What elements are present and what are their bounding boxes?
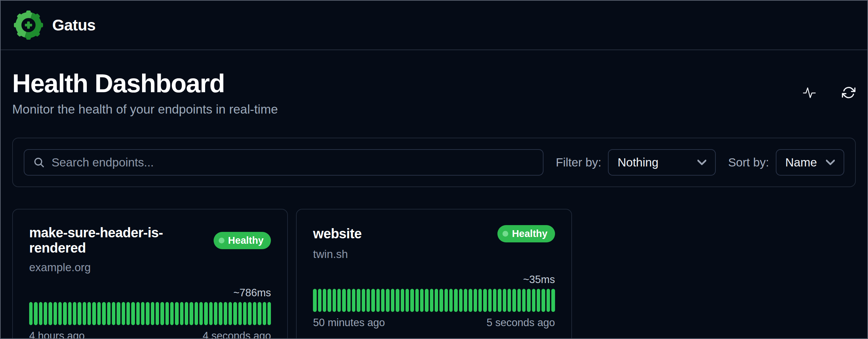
status-bar[interactable] [204, 302, 208, 325]
status-bar[interactable] [165, 302, 169, 325]
status-bar[interactable] [29, 302, 33, 325]
status-bar[interactable] [48, 302, 52, 325]
status-bar[interactable] [483, 289, 487, 312]
status-bar[interactable] [268, 302, 271, 325]
status-bar[interactable] [73, 302, 76, 325]
status-bar[interactable] [503, 289, 506, 312]
status-bar[interactable] [219, 302, 222, 325]
status-bar[interactable] [238, 302, 242, 325]
status-bar[interactable] [551, 289, 555, 312]
status-bar[interactable] [508, 289, 511, 312]
status-bar[interactable] [439, 289, 443, 312]
status-bar[interactable] [63, 302, 66, 325]
status-bar[interactable] [54, 302, 57, 325]
status-bar[interactable] [185, 302, 188, 325]
status-bar[interactable] [478, 289, 482, 312]
status-bar[interactable] [233, 302, 237, 325]
status-bar[interactable] [126, 302, 130, 325]
status-bar[interactable] [68, 302, 72, 325]
search-input[interactable] [52, 156, 534, 169]
status-bar[interactable] [146, 302, 149, 325]
brand-home-link[interactable]: Gatus [12, 11, 96, 40]
status-bar[interactable] [406, 289, 409, 312]
status-bar[interactable] [352, 289, 355, 312]
status-bar[interactable] [367, 289, 370, 312]
status-bar[interactable] [333, 289, 336, 312]
status-bar[interactable] [323, 289, 326, 312]
status-bar[interactable] [199, 302, 203, 325]
status-bar[interactable] [34, 302, 37, 325]
endpoint-card[interactable]: website Healthy twin.sh ~35ms 50 minutes… [296, 209, 572, 339]
status-bar[interactable] [371, 289, 375, 312]
status-bar[interactable] [156, 302, 159, 325]
status-bar[interactable] [488, 289, 492, 312]
status-bar[interactable] [547, 289, 550, 312]
activity-pulse-icon[interactable] [802, 85, 816, 100]
status-bar[interactable] [44, 302, 47, 325]
status-bar[interactable] [381, 289, 384, 312]
status-bar[interactable] [469, 289, 472, 312]
status-bar[interactable] [342, 289, 346, 312]
status-bar[interactable] [195, 302, 198, 325]
status-bar[interactable] [512, 289, 516, 312]
status-bar[interactable] [430, 289, 433, 312]
status-bar[interactable] [328, 289, 331, 312]
status-bar[interactable] [160, 302, 164, 325]
status-bar[interactable] [454, 289, 457, 312]
status-bar[interactable] [141, 302, 144, 325]
status-bar[interactable] [537, 289, 540, 312]
status-bar[interactable] [209, 302, 213, 325]
status-bar[interactable] [532, 289, 535, 312]
status-bar[interactable] [170, 302, 174, 325]
endpoint-card[interactable]: make-sure-header-is-rendered Healthy exa… [12, 209, 288, 339]
status-bar[interactable] [175, 302, 178, 325]
status-bar[interactable] [464, 289, 467, 312]
status-bar[interactable] [243, 302, 246, 325]
status-bar[interactable] [117, 302, 120, 325]
status-bar[interactable] [425, 289, 428, 312]
status-bar[interactable] [136, 302, 140, 325]
status-bar[interactable] [190, 302, 193, 325]
status-bar[interactable] [151, 302, 154, 325]
status-bar[interactable] [522, 289, 526, 312]
status-bar[interactable] [112, 302, 115, 325]
status-bar[interactable] [253, 302, 256, 325]
status-bar[interactable] [78, 302, 81, 325]
status-bar[interactable] [87, 302, 91, 325]
status-bar[interactable] [102, 302, 105, 325]
status-bar[interactable] [224, 302, 227, 325]
refresh-icon[interactable] [842, 85, 856, 100]
status-bar[interactable] [337, 289, 341, 312]
status-bar[interactable] [107, 302, 111, 325]
status-bar[interactable] [362, 289, 365, 312]
status-bar[interactable] [459, 289, 462, 312]
status-bar[interactable] [391, 289, 394, 312]
status-bar[interactable] [318, 289, 321, 312]
status-bar[interactable] [435, 289, 438, 312]
status-bar[interactable] [420, 289, 423, 312]
status-bar[interactable] [58, 302, 62, 325]
status-bar[interactable] [410, 289, 414, 312]
status-bar[interactable] [541, 289, 545, 312]
status-bar[interactable] [229, 302, 232, 325]
status-bar[interactable] [313, 289, 316, 312]
status-bar[interactable] [248, 302, 251, 325]
status-bar[interactable] [415, 289, 419, 312]
status-bar[interactable] [180, 302, 183, 325]
status-bar[interactable] [376, 289, 380, 312]
status-bar[interactable] [445, 289, 448, 312]
filter-select[interactable]: Nothing [608, 149, 716, 176]
status-bar[interactable] [263, 302, 266, 325]
status-bar[interactable] [97, 302, 101, 325]
status-bar[interactable] [386, 289, 389, 312]
status-bar[interactable] [401, 289, 404, 312]
status-bar[interactable] [517, 289, 521, 312]
status-bar[interactable] [347, 289, 351, 312]
status-bar[interactable] [449, 289, 453, 312]
status-bar[interactable] [83, 302, 86, 325]
status-bar[interactable] [258, 302, 261, 325]
status-bar[interactable] [39, 302, 42, 325]
status-bar[interactable] [474, 289, 477, 312]
status-bar[interactable] [396, 289, 399, 312]
status-bar[interactable] [214, 302, 217, 325]
